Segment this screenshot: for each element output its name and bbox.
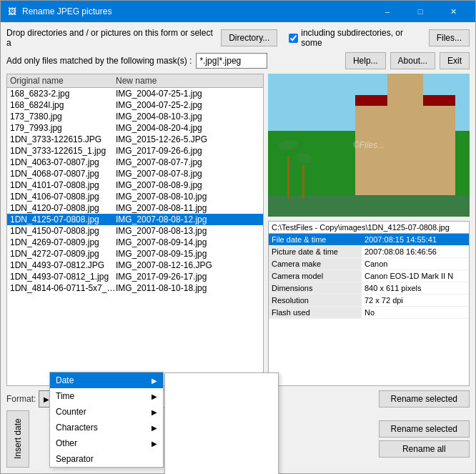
window-controls: – □ ✕ (371, 1, 470, 22)
file-path: C:\TestFiles - Copy\images\1DN_4125-07-0… (269, 222, 469, 234)
file-row[interactable]: 1DN_4150-07-0808.jpgIMG_2007-08-08-13.jp… (7, 225, 263, 237)
main-window: 🖼 Rename JPEG pictures – □ ✕ Drop direct… (0, 0, 476, 474)
files-button[interactable]: Files... (429, 29, 470, 46)
info-row: Flash usedNo (269, 307, 469, 319)
exit-button[interactable]: Exit (440, 52, 470, 69)
file-row[interactable]: 1DN_4106-07-0808.jpgIMG_2007-08-08-10.jp… (7, 191, 263, 202)
menu-counter-label: Counter (56, 407, 86, 417)
insert-date-button[interactable]: Insert date (6, 410, 29, 468)
menu-item-time[interactable]: Time ▶ (50, 388, 163, 404)
app-icon: 🖼 (6, 6, 18, 17)
file-list-panel: Original name New name 168_6823-2.jpgIMG… (6, 74, 264, 386)
info-key: Flash used (269, 307, 362, 318)
close-button[interactable]: ✕ (437, 1, 470, 22)
right-panel: ©Files... C:\TestFiles - Copy\images\1DN… (268, 74, 470, 386)
file-row[interactable]: 1DN_4063-07-0807.jpgIMG_2007-08-07-7.jpg (7, 157, 263, 168)
date-submenu: 4 digit year (\Y) 2 digit year (\y) 2 di… (164, 372, 279, 474)
rename-selected-button[interactable]: Rename selected (379, 390, 470, 408)
info-key: Resolution (269, 295, 362, 306)
subdirectories-checkbox[interactable] (289, 34, 298, 43)
menu-item-date[interactable]: Date ▶ 4 digit year (\Y) 2 digit year (\… (50, 372, 163, 388)
file-orig: 173_7380.jpg (10, 112, 116, 122)
file-row[interactable]: 1DN_4125-07-0808.jpgIMG_2007-08-08-12.jp… (7, 214, 263, 225)
rename-selected-btn2[interactable]: Rename selected (379, 420, 470, 438)
file-new: IMG_2004-08-10-3.jpg (116, 112, 260, 122)
file-row[interactable]: 1DN_4493-07-0812_1.jpgIMG_2017-09-26-17.… (7, 271, 263, 282)
format-area: Format: ▶ IMG_\Y-\M-\D-\C ▼ (Original) (… (6, 390, 470, 468)
file-row[interactable]: 173_7380.jpgIMG_2004-08-10-3.jpg (7, 111, 263, 122)
menu-date-label: Date (56, 375, 74, 385)
menu-time-label: Time (56, 391, 74, 401)
file-orig: 1DN_4125-07-0808.jpg (10, 214, 116, 224)
submenu-4digit-year[interactable]: 4 digit year (\Y) (165, 373, 278, 389)
file-new: IMG_2007-08-08-13.jpg (116, 226, 260, 236)
submenu-2digit-day[interactable]: 2 digit day (\D) (165, 436, 278, 452)
info-val: 72 x 72 dpi (362, 295, 469, 306)
mask-row: Add only files matched by the following … (6, 52, 470, 69)
menu-characters-arrow: ▶ (152, 424, 157, 432)
file-orig: 1DN_3733-122615_1.jpg (10, 146, 116, 156)
file-row[interactable]: 1DN_4814-06-0711-5x7_resiz...IMG_2011-08… (7, 282, 263, 294)
menu-item-counter[interactable]: Counter ▶ (50, 404, 163, 420)
file-row[interactable]: 1DN_4272-07-0809.jpgIMG_2007-08-09-15.jp… (7, 248, 263, 260)
file-orig: 168_6824l.jpg (10, 100, 116, 110)
menu-item-other[interactable]: Other ▶ (50, 435, 163, 451)
maximize-button[interactable]: □ (404, 1, 437, 22)
help-button[interactable]: Help... (345, 52, 386, 69)
col-new-header: New name (116, 76, 260, 86)
menu-item-separator[interactable]: Separator (50, 451, 163, 467)
file-orig: 1DN_4150-07-0808.jpg (10, 226, 116, 236)
file-row[interactable]: 1DN_3733-122615.JPGIMG_2015-12-26-5.JPG (7, 134, 263, 145)
file-row[interactable]: 1DN_4120-07-0808.jpgIMG_2007-08-08-11.jp… (7, 202, 263, 214)
menu-characters-label: Characters (56, 423, 98, 433)
title-bar: 🖼 Rename JPEG pictures – □ ✕ (1, 1, 475, 22)
rename-buttons-col: Rename selected Rename all (379, 410, 470, 468)
file-orig: 1DN_4106-07-0808.jpg (10, 192, 116, 202)
format-label: Format: (6, 394, 36, 404)
preview-watermark: ©Files... (353, 140, 385, 150)
file-orig: 168_6823-2.jpg (10, 89, 116, 99)
file-row[interactable]: 1DN_4068-07-0807.jpgIMG_2007-08-07-8.jpg (7, 168, 263, 179)
file-row[interactable]: 1DN_3733-122615_1.jpgIMG_2017-09-26-6.jp… (7, 145, 263, 157)
file-row[interactable]: 1DN_4269-07-0809.jpgIMG_2007-08-09-14.jp… (7, 237, 263, 248)
file-new: IMG_2004-07-25-1.jpg (116, 89, 260, 99)
about-button[interactable]: About... (390, 52, 435, 69)
file-row[interactable]: 168_6823-2.jpgIMG_2004-07-25-1.jpg (7, 88, 263, 99)
file-orig: 1DN_4493-07-0812.JPG (10, 260, 116, 270)
drop-label: Drop directories and / or pictures on th… (6, 28, 217, 48)
info-row: File date & time2007:08:15 14:55:41 (269, 234, 469, 246)
menu-item-characters[interactable]: Characters ▶ (50, 420, 163, 435)
file-orig: 1DN_4068-07-0807.jpg (10, 169, 116, 179)
file-orig: 1DN_3733-122615.JPG (10, 134, 116, 144)
directory-button[interactable]: Directory... (221, 29, 277, 46)
file-row[interactable]: 168_6824l.jpgIMG_2004-07-25-2.jpg (7, 99, 263, 111)
file-orig: 1DN_4272-07-0809.jpg (10, 249, 116, 259)
file-new: IMG_2007-08-07-8.jpg (116, 169, 260, 179)
file-row[interactable]: 1DN_4101-07-0808.jpgIMG_2007-08-08-9.jpg (7, 179, 263, 191)
file-orig: 1DN_4814-06-0711-5x7_resiz... (10, 283, 116, 293)
submenu-full-date[interactable]: full date (\L) (165, 468, 278, 474)
preview-tower (387, 74, 423, 106)
submenu-2digit-month[interactable]: 2 digit month (\M) (165, 405, 278, 420)
file-list-header: Original name New name (7, 74, 263, 88)
file-orig: 1DN_4101-07-0808.jpg (10, 180, 116, 190)
file-new: IMG_2004-08-20-4.jpg (116, 123, 260, 133)
submenu-2digit-year[interactable]: 2 digit year (\y) (165, 389, 278, 405)
info-val: 2007:08:08 16:46:56 (362, 246, 469, 257)
submenu-month[interactable]: month (\m) (165, 420, 278, 436)
minimize-button[interactable]: – (371, 1, 404, 22)
info-key: Camera model (269, 270, 362, 282)
file-row[interactable]: 1DN_4493-07-0812.JPGIMG_2007-08-12-16.JP… (7, 260, 263, 271)
file-list-body[interactable]: 168_6823-2.jpgIMG_2004-07-25-1.jpg168_68… (7, 88, 263, 385)
checkbox-label: including subdirectories, or some (301, 28, 424, 48)
info-val: 840 x 611 pixels (362, 282, 469, 294)
rename-all-button[interactable]: Rename all (379, 440, 470, 458)
menu-other-arrow: ▶ (152, 440, 157, 448)
file-new: IMG_2007-08-09-14.jpg (116, 237, 260, 247)
mask-input[interactable] (196, 53, 267, 69)
file-row[interactable]: 179_7993.jpgIMG_2004-08-20-4.jpg (7, 122, 263, 134)
menu-separator-label: Separator (56, 454, 94, 464)
info-row: Dimensions840 x 611 pixels (269, 282, 469, 295)
col-original-header: Original name (10, 76, 116, 86)
submenu-day[interactable]: day (\d) (165, 452, 278, 468)
